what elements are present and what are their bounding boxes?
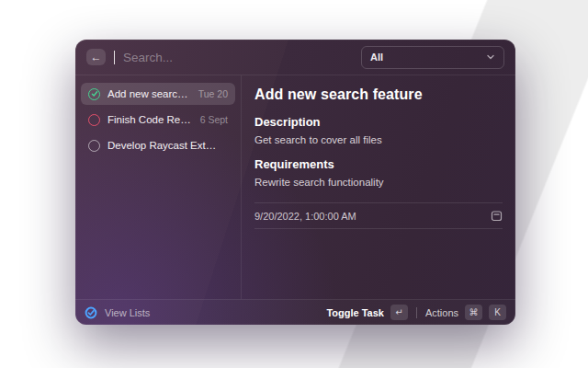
action-bar: View Lists Toggle Task ↵ Actions ⌘ K [75,299,515,325]
task-row-raycast-extension[interactable]: Develop Raycast Extension [81,134,235,156]
view-lists-label[interactable]: View Lists [105,307,150,318]
due-date-value: 9/20/2022, 1:00:00 AM [254,211,356,222]
todo-list-app-icon [85,306,97,319]
detail-title: Add new search feature [254,86,503,103]
back-arrow-icon: ← [91,51,102,63]
requirements-body: Rewrite search functionality [254,177,503,188]
filter-dropdown-value: All [370,52,383,63]
requirements-heading: Requirements [254,157,503,171]
actions-button[interactable]: Actions [425,307,458,318]
chevron-down-icon [486,52,495,62]
k-key-badge: K [489,305,506,320]
main-area: Add new search feature Tue 20 Finish Cod… [75,75,515,299]
task-list: Add new search feature Tue 20 Finish Cod… [75,75,242,299]
check-circle-icon[interactable] [88,88,100,100]
due-date-block: 9/20/2022, 1:00:00 AM [254,202,503,229]
raycast-window: ← All Add new search feature Tue 20 Fini… [75,40,515,325]
footer-actions: Toggle Task ↵ Actions ⌘ K [326,305,506,320]
filter-dropdown[interactable]: All [361,46,504,69]
return-key-badge: ↵ [390,305,408,320]
back-button[interactable]: ← [86,49,106,65]
circle-outline-icon[interactable] [88,114,100,126]
task-due-badge: Tue 20 [198,88,228,99]
due-date-row[interactable]: 9/20/2022, 1:00:00 AM [254,203,503,228]
toggle-task-button[interactable]: Toggle Task [326,307,384,318]
calendar-icon[interactable] [491,210,503,222]
task-label: Add new search feature [107,88,191,99]
task-row-add-search[interactable]: Add new search feature Tue 20 [81,83,235,105]
footer-divider [416,307,417,318]
cmd-key-badge: ⌘ [465,305,482,320]
task-due-badge: 6 Sept [200,114,228,125]
circle-outline-icon[interactable] [88,140,100,152]
task-detail-panel: Add new search feature Description Get s… [242,75,515,299]
text-cursor [114,51,115,64]
search-bar: ← All [75,40,515,75]
task-label: Develop Raycast Extension [107,140,220,151]
search-input[interactable] [123,51,353,64]
description-body: Get search to cover all files [254,134,503,145]
description-heading: Description [254,115,503,129]
task-label: Finish Code Reviews [107,114,193,125]
task-row-code-reviews[interactable]: Finish Code Reviews 6 Sept [81,109,235,131]
